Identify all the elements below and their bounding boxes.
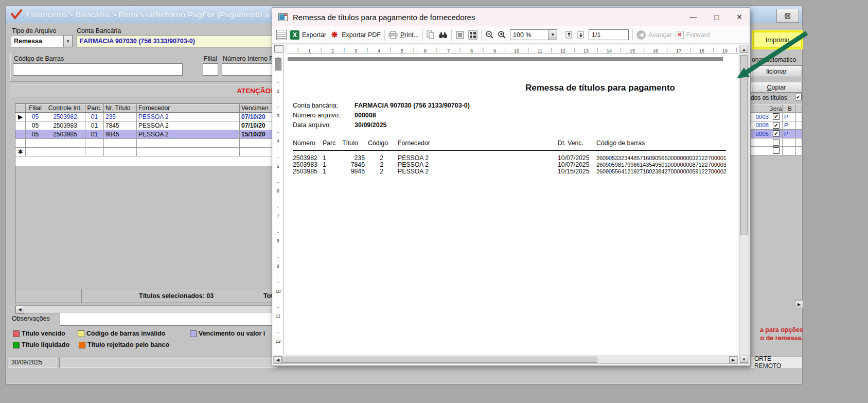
vertical-scroll-thumb[interactable] xyxy=(740,55,748,235)
grid-header-titulo[interactable]: Nr. Título xyxy=(104,104,137,113)
mini-header-gerar[interactable]: Gerar xyxy=(770,104,783,113)
mini-grid-row[interactable]: 0008 P xyxy=(751,121,802,130)
find-icon[interactable] xyxy=(438,31,448,39)
table-row-selected[interactable]: 05 2503985 01 9845 PESSOA 2 15/10/20 xyxy=(15,130,277,139)
previous-page-icon[interactable] xyxy=(565,30,573,39)
preview-vertical-scrollbar[interactable]: ▲ ▼ xyxy=(739,45,749,364)
statusbar-empty-cell xyxy=(59,357,277,368)
exportar-button[interactable]: X Exportar xyxy=(290,30,326,40)
statusbar-suporte-remoto[interactable]: ORTE REMOTO xyxy=(751,357,802,368)
report-row: 2503983 1 7845 2 PESSOA 2 10/07/2025 260… xyxy=(293,162,726,168)
current-row-marker-icon: ▶ xyxy=(15,113,26,121)
toolbar-separator xyxy=(451,29,452,41)
report-page: Remessa de títulos para pagamento Conta … xyxy=(284,54,738,355)
scroll-right-icon[interactable]: ▶ xyxy=(729,356,737,363)
copiar-button[interactable]: Copiar xyxy=(751,82,802,93)
scroll-right-icon[interactable]: ▶ xyxy=(795,300,803,308)
report-window-icon xyxy=(278,13,288,21)
observacoes-input[interactable] xyxy=(60,312,277,326)
todos-titulos-checkbox[interactable] xyxy=(795,94,802,100)
ruler-number: 3 xyxy=(334,46,357,54)
single-page-view-icon[interactable] xyxy=(455,30,465,40)
numero-interno-input[interactable] xyxy=(222,63,277,76)
ruler-number: 16 xyxy=(635,46,658,54)
preview-titlebar[interactable]: Remessa de títulos para pagamento de for… xyxy=(272,8,750,26)
report-row: 2503982 1 235 2 PESSOA 2 10/07/2025 2609… xyxy=(293,155,726,162)
mini-grid-row-selected[interactable]: 0005 P xyxy=(751,130,802,138)
legend-codigo-invalido: Código de barras inválido xyxy=(78,330,166,337)
ruler-number: 8 xyxy=(273,229,283,254)
toolbar-separator xyxy=(481,29,482,41)
gerar-checkbox[interactable] xyxy=(773,147,780,154)
adicionar-button-fragment[interactable]: licionar xyxy=(751,65,802,77)
chevron-down-icon[interactable]: ▼ xyxy=(63,36,72,47)
ruler-number: 20 xyxy=(728,46,738,54)
report-properties-icon[interactable] xyxy=(276,30,287,40)
maximize-icon[interactable]: □ xyxy=(714,13,719,22)
mini-grid-row[interactable] xyxy=(751,147,802,155)
conta-bancaria-select[interactable]: FARMACIA 907030 (756 3133/90703-0) xyxy=(77,35,277,47)
page-top-edge xyxy=(288,57,723,61)
ruler-number: 3 xyxy=(273,104,283,129)
gerar-checkbox[interactable] xyxy=(773,113,780,120)
ruler-origin-box xyxy=(274,45,284,52)
toolbar-separator xyxy=(422,29,423,41)
forward-button[interactable]: ✕ Forward xyxy=(676,31,710,39)
ruler-number: 2 xyxy=(311,46,334,54)
zoom-level-select[interactable]: 100 % ▼ xyxy=(510,29,557,40)
yellow-swatch-icon xyxy=(78,330,84,337)
gerar-checkbox[interactable] xyxy=(773,122,780,129)
zoom-out-icon[interactable] xyxy=(485,30,494,39)
ruler-number: 17 xyxy=(658,46,681,54)
report-conta-value: FARMACIA 907030 (756 3133/90703-0) xyxy=(355,102,470,109)
codigo-barras-label: Código de Barras xyxy=(14,55,64,62)
table-row-empty[interactable] xyxy=(15,139,277,148)
table-row-new[interactable]: ✱ xyxy=(15,148,277,156)
multi-page-view-icon[interactable] xyxy=(468,30,477,40)
minimize-icon[interactable]: — xyxy=(689,13,697,21)
gerar-checkbox[interactable] xyxy=(773,130,780,137)
mini-grid-row[interactable] xyxy=(751,138,802,147)
scroll-left-icon[interactable]: ◀ xyxy=(274,356,282,363)
observacoes-label: Observações xyxy=(12,315,50,322)
mini-header-b[interactable]: B xyxy=(783,104,796,113)
filial-input[interactable] xyxy=(203,63,218,76)
titulos-grid: Filial Controle Int. Parc. Nr. Título Fo… xyxy=(15,103,277,303)
page-number-input[interactable]: 1/1 xyxy=(589,29,629,40)
zoom-in-icon[interactable] xyxy=(498,30,506,39)
close-icon[interactable]: ✕ xyxy=(736,13,742,21)
table-row[interactable]: 05 2503983 01 7845 PESSOA 2 07/10/20 xyxy=(15,121,277,130)
preview-horizontal-scrollbar[interactable]: ◀ ▶ xyxy=(273,356,738,364)
tipo-arquivo-value: Remessa xyxy=(11,38,63,45)
table-row[interactable]: ▶ 05 2503982 01 235 PESSOA 2 07/10/20 xyxy=(15,113,277,121)
print-button[interactable]: Print... xyxy=(388,31,419,39)
tipo-arquivo-select[interactable]: Remessa ▼ xyxy=(11,35,73,47)
scroll-down-icon[interactable]: ▼ xyxy=(740,356,748,363)
atencao-text: ATENÇÃO!! xyxy=(237,87,275,95)
grid-header-parc[interactable]: Parc. xyxy=(85,104,104,113)
grid-header-controle[interactable]: Controle Int. xyxy=(45,104,85,113)
gerar-checkbox[interactable] xyxy=(773,139,780,146)
filial-label: Filial xyxy=(204,55,217,62)
imprimir-button[interactable]: Imprimir xyxy=(753,31,802,48)
grid-header-filial[interactable]: Filial xyxy=(26,104,45,113)
mini-grid-row[interactable]: 0003 P xyxy=(751,113,802,121)
app-close-button[interactable]: ⊠ xyxy=(776,9,799,23)
app-logo-check-icon xyxy=(11,9,22,20)
ruler-number: 11 xyxy=(519,46,542,54)
exportar-pdf-button[interactable]: ✸ Exportar PDF xyxy=(330,30,381,40)
report-conta-label: Conta bancária: xyxy=(293,102,338,109)
next-page-icon[interactable] xyxy=(577,30,585,39)
scroll-up-icon[interactable]: ▲ xyxy=(740,46,748,53)
chevron-down-icon[interactable]: ▼ xyxy=(548,30,557,40)
preview-title: Remessa de títulos para pagamento de for… xyxy=(293,13,475,22)
codigo-barras-input[interactable] xyxy=(13,63,183,76)
avancar-button[interactable]: ◀ Avançar xyxy=(636,30,672,40)
legend-titulo-rejeitado: Título rejeitado pelo banco xyxy=(79,341,169,348)
horizontal-scroll-thumb[interactable] xyxy=(282,357,597,363)
copy-icon[interactable] xyxy=(427,30,435,39)
grid-header-fornecedor[interactable]: Fornecedor xyxy=(137,104,240,113)
scroll-left-icon[interactable]: ◀ xyxy=(15,306,24,313)
ruler-number: 1 xyxy=(288,46,311,54)
close-box-icon: ⊠ xyxy=(785,11,791,21)
